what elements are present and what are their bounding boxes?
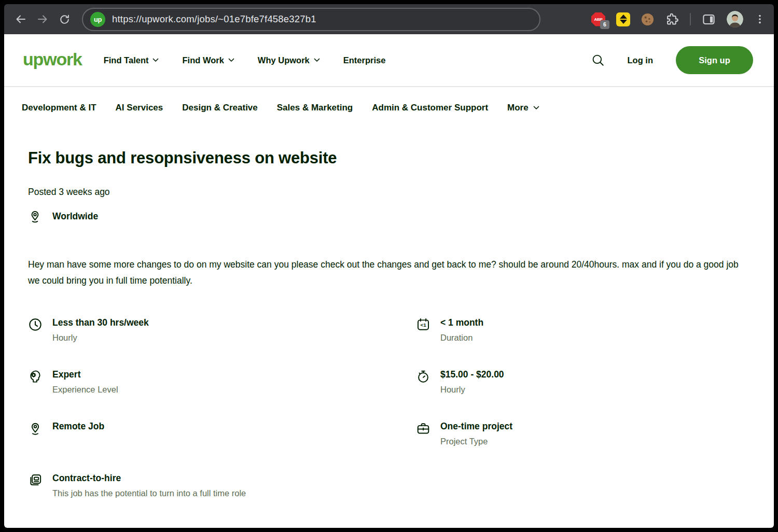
adblock-extension-icon[interactable]: ABP 6: [591, 12, 605, 26]
profile-avatar[interactable]: [727, 11, 743, 27]
experience-level-icon: [28, 369, 43, 395]
detail-contract-to-hire: Contract-to-hire This job has the potent…: [28, 473, 416, 498]
detail-hours: Less than 30 hrs/week Hourly: [28, 317, 416, 343]
nav-label: Enterprise: [343, 55, 386, 65]
detail-sub: Project Type: [440, 437, 512, 446]
reload-icon: [61, 15, 68, 23]
briefcase-icon: [416, 421, 430, 446]
forward-icon: [38, 16, 47, 23]
location-pin-icon: [28, 209, 42, 224]
login-link[interactable]: Log in: [628, 55, 653, 65]
posted-date: Posted 3 weeks ago: [28, 187, 750, 198]
job-location-row: Worldwide: [28, 209, 750, 224]
site-header: upwork Find Talent Find Work Why Upwork: [4, 34, 774, 86]
job-description: Hey man have some more changes to do on …: [28, 257, 743, 289]
upwork-logo[interactable]: upwork: [23, 50, 82, 70]
back-icon: [17, 16, 25, 23]
nav-why-upwork[interactable]: Why Upwork: [258, 55, 320, 65]
chevron-down-icon: [152, 58, 159, 62]
chevron-down-icon: [533, 106, 539, 110]
detail-title: Remote Job: [52, 421, 104, 432]
header-right: Log in Sign up: [591, 46, 753, 74]
detail-project-type: One-time project Project Type: [416, 421, 750, 446]
job-title: Fix bugs and resopnsiveness on website: [28, 149, 750, 167]
category-ai-services[interactable]: AI Services: [116, 103, 163, 113]
forward-button[interactable]: [33, 10, 52, 29]
svg-text:<1: <1: [420, 322, 426, 328]
detail-sub: Hourly: [52, 333, 149, 343]
detail-sub: Duration: [440, 333, 483, 343]
detail-title: Expert: [52, 369, 118, 380]
nav-find-talent[interactable]: Find Talent: [104, 55, 159, 65]
detail-title: Contract-to-hire: [52, 473, 246, 484]
calendar-icon: <1: [416, 317, 430, 343]
search-button[interactable]: [591, 53, 605, 67]
job-details-grid: Less than 30 hrs/week Hourly <1 < 1 mont…: [28, 317, 750, 498]
address-bar[interactable]: up https://upwork.com/jobs/~01e7bfe7f458…: [82, 8, 540, 31]
category-more[interactable]: More: [507, 103, 539, 113]
browser-toolbar: up https://upwork.com/jobs/~01e7bfe7f458…: [4, 4, 774, 34]
puzzle-glyph: [668, 13, 678, 24]
detail-experience: Expert Experience Level: [28, 369, 416, 395]
category-design-creative[interactable]: Design & Creative: [182, 103, 258, 113]
detail-duration: <1 < 1 month Duration: [416, 317, 750, 343]
sort-extension-icon[interactable]: [616, 12, 630, 26]
extensions-area: ABP 6: [591, 11, 766, 27]
browser-window: up https://upwork.com/jobs/~01e7bfe7f458…: [4, 4, 774, 528]
detail-title: < 1 month: [440, 317, 483, 328]
detail-sub: Experience Level: [52, 385, 118, 395]
nav-find-work[interactable]: Find Work: [182, 55, 234, 65]
kebab-menu-icon: [754, 13, 766, 25]
detail-remote: Remote Job: [28, 421, 416, 446]
extensions-puzzle-icon[interactable]: [665, 12, 679, 26]
toolbar-divider: [690, 13, 691, 25]
side-panel-icon: [702, 12, 716, 26]
main-nav: Find Talent Find Work Why Upwork Enterpr…: [104, 55, 386, 65]
adblock-badge: 6: [600, 20, 609, 29]
signup-button[interactable]: Sign up: [676, 46, 753, 74]
chevron-down-icon: [228, 58, 234, 62]
nav-label: Find Talent: [104, 55, 149, 65]
detail-title: One-time project: [440, 421, 512, 432]
detail-title: Less than 30 hrs/week: [52, 317, 149, 328]
category-admin-support[interactable]: Admin & Customer Support: [372, 103, 488, 113]
detail-sub: This job has the potential to turn into …: [52, 488, 246, 498]
upwork-favicon-icon: up: [90, 12, 105, 27]
cookie-extension-icon[interactable]: [641, 13, 654, 26]
screenshot-frame: up https://upwork.com/jobs/~01e7bfe7f458…: [0, 0, 778, 532]
back-button[interactable]: [11, 10, 30, 29]
nav-enterprise[interactable]: Enterprise: [343, 55, 386, 65]
yellow-extension-glyph: [616, 12, 630, 26]
nav-label: Why Upwork: [258, 55, 310, 65]
cookie-glyph: [641, 13, 654, 26]
location-pin-icon: [28, 421, 43, 446]
category-sales-marketing[interactable]: Sales & Marketing: [277, 103, 353, 113]
category-development-it[interactable]: Development & IT: [22, 103, 96, 113]
chevron-down-icon: [314, 58, 320, 62]
job-content: Fix bugs and resopnsiveness on website P…: [4, 124, 774, 528]
category-nav: Development & IT AI Services Design & Cr…: [4, 87, 774, 124]
stopwatch-icon: [416, 369, 430, 395]
detail-title: $15.00 - $20.00: [440, 369, 504, 380]
detail-rate: $15.00 - $20.00 Hourly: [416, 369, 750, 395]
upwork-page: upwork Find Talent Find Work Why Upwork: [4, 34, 774, 528]
contract-icon: [28, 473, 43, 498]
avatar-image: [727, 11, 743, 27]
clock-icon: [28, 317, 43, 343]
more-label: More: [507, 103, 529, 113]
job-location: Worldwide: [52, 211, 98, 222]
search-icon: [591, 53, 605, 67]
url-text: https://upwork.com/jobs/~01e7bfe7f458e32…: [112, 13, 316, 25]
reload-button[interactable]: [55, 10, 74, 29]
side-panel-button[interactable]: [702, 12, 716, 26]
browser-menu-button[interactable]: [754, 13, 766, 25]
detail-sub: Hourly: [440, 385, 504, 395]
nav-label: Find Work: [182, 55, 224, 65]
